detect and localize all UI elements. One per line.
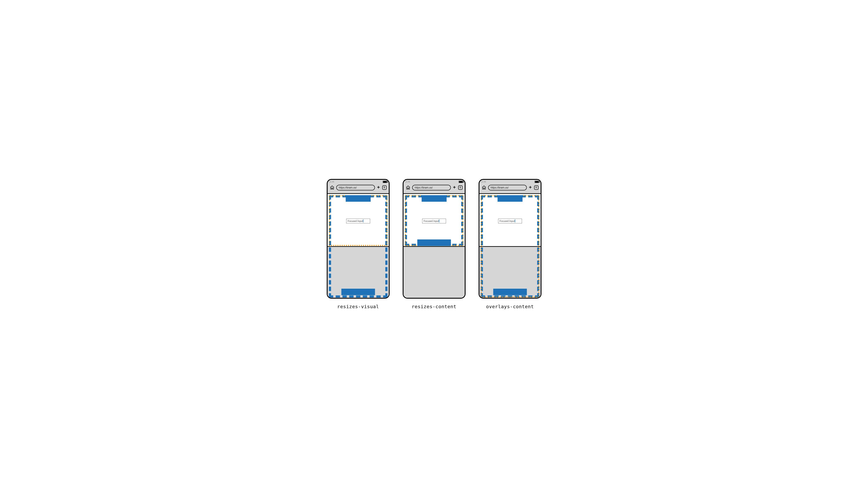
focused-input[interactable]: Focused Input (346, 219, 370, 223)
new-tab-icon[interactable]: + (453, 186, 457, 190)
url-text: https://bram.us/ (415, 186, 433, 189)
clock: 11:45 (481, 181, 486, 183)
tab-count-button[interactable]: 5 (458, 186, 463, 190)
fixed-footer (341, 289, 375, 295)
caption-resizes-content: resizes-content (411, 304, 456, 309)
clock: 11:45 (405, 181, 410, 183)
home-icon[interactable] (482, 185, 486, 190)
battery-icon (383, 181, 387, 183)
input-value: Focused Input (348, 220, 363, 222)
address-bar[interactable]: https://bram.us/ (336, 185, 375, 190)
status-bar: 11:45 (328, 180, 389, 184)
text-caret (515, 220, 515, 222)
text-caret (439, 220, 439, 222)
home-icon[interactable] (330, 185, 335, 190)
battery-icon (534, 181, 539, 183)
fixed-header (422, 195, 446, 202)
viewport: Focused Input (404, 193, 465, 298)
new-tab-icon[interactable]: + (528, 186, 532, 190)
battery-icon (459, 181, 463, 183)
clock: 11:45 (329, 181, 334, 183)
browser-chrome: https://bram.us/ + 5 (328, 184, 389, 193)
viewport: Focused Input (328, 193, 389, 298)
browser-chrome: https://bram.us/ + 5 (479, 184, 540, 193)
fixed-header (346, 195, 371, 202)
input-value: Focused Input (500, 220, 515, 222)
fixed-header (497, 195, 522, 202)
fixed-footer (417, 239, 451, 246)
status-bar: 11:45 (479, 180, 540, 184)
home-icon[interactable] (406, 185, 410, 190)
status-bar: 11:45 (404, 180, 465, 184)
address-bar[interactable]: https://bram.us/ (412, 185, 451, 190)
viewport: Focused Input (479, 193, 540, 298)
phone-frame: 11:45 https://bram.us/ + 5 (478, 179, 541, 299)
mode-overlays-content: 11:45 https://bram.us/ + 5 (478, 179, 541, 309)
phone-frame: 11:45 https://bram.us/ + 5 (327, 179, 390, 299)
mode-resizes-visual: 11:45 https://bram.us/ + 5 (327, 179, 390, 309)
virtual-keyboard (404, 246, 465, 298)
new-tab-icon[interactable]: + (377, 186, 380, 190)
focused-input[interactable]: Focused Input (422, 219, 446, 223)
browser-chrome: https://bram.us/ + 5 (404, 184, 465, 193)
text-caret (363, 220, 363, 222)
tab-count-button[interactable]: 5 (382, 186, 386, 190)
mode-resizes-content: 11:45 https://bram.us/ + 5 (403, 179, 466, 309)
address-bar[interactable]: https://bram.us/ (488, 185, 527, 190)
focused-input[interactable]: Focused Input (498, 219, 522, 223)
input-value: Focused Input (424, 220, 439, 222)
caption-resizes-visual: resizes-visual (337, 304, 379, 309)
tab-count-button[interactable]: 5 (534, 186, 538, 190)
url-text: https://bram.us/ (339, 186, 357, 189)
fixed-footer (493, 289, 527, 295)
caption-overlays-content: overlays-content (486, 304, 534, 309)
diagram-stage: 11:45 https://bram.us/ + 5 (327, 179, 541, 309)
url-text: https://bram.us/ (491, 186, 509, 189)
phone-frame: 11:45 https://bram.us/ + 5 (403, 179, 466, 299)
